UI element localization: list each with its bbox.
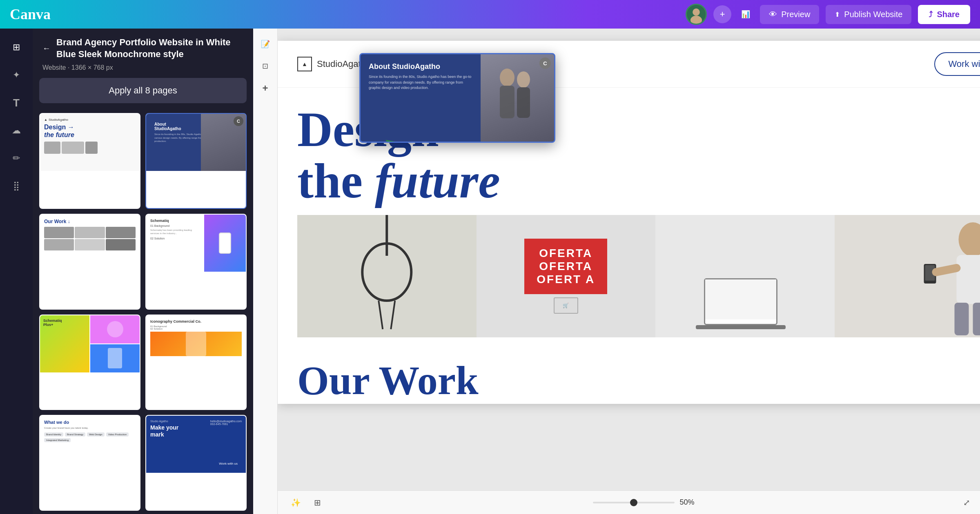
thumb-tag: Video Production [106, 432, 129, 436]
upload-icon: ⬆ [835, 11, 840, 18]
thumb-colorful-right [90, 315, 140, 372]
thumb-iconography-img [150, 332, 242, 356]
thumb-services-text: Create your brand have you talent today. [44, 426, 136, 430]
our-work-section: Our Work [278, 337, 980, 404]
list-item[interactable]: Studio Agatho Make yourmark hello@studio… [145, 415, 247, 511]
sidebar-item-draw[interactable]: ✏ [4, 146, 29, 171]
user-avatar[interactable] [686, 4, 707, 25]
svg-rect-16 [973, 303, 980, 335]
canva-logo[interactable]: Canva [10, 6, 679, 23]
preview-button[interactable]: 👁 Preview [760, 5, 819, 24]
sidebar-item-text[interactable]: T [4, 91, 29, 115]
popup-photo: C [481, 54, 554, 142]
canvas-area: About StudioAgatho Since its founding in… [278, 29, 980, 514]
ai-generate-button[interactable]: ✨ [287, 494, 304, 511]
popup-c-badge: C [539, 58, 551, 69]
sidebar-item-apps[interactable]: ⣿ [4, 174, 29, 198]
sidebar-item-templates[interactable]: ⊞ [4, 35, 29, 60]
hero-image-oferta: OFERTA OFERTA OFERT A 🛒 [477, 215, 656, 337]
eye-icon: 👁 [769, 10, 777, 19]
popup-about: About StudioAgatho Since its founding in… [359, 53, 555, 143]
main-layout: ⊞ ✦ T ☁ ✏ ⣿ ← Brand Agency Portfolio Web… [0, 29, 980, 514]
list-item[interactable]: ▲StudioAgatho Design → the future [39, 113, 140, 209]
zoom-track[interactable] [593, 502, 675, 503]
logo-icon: ▲ [297, 57, 312, 71]
add-collaborator-button[interactable]: + [713, 5, 731, 23]
sparkle-icon: ✨ [291, 498, 301, 507]
resize-button[interactable]: ⊡ [256, 57, 274, 75]
hero-image-laptop [655, 215, 835, 337]
template-pages-grid: ▲StudioAgatho Design → the future [33, 110, 253, 514]
plus-icon: + [262, 82, 268, 94]
popup-about-text: Since its founding in the 80s, Studio Ag… [369, 74, 472, 91]
thumb-subtitle: the future [44, 131, 136, 139]
pen-icon: ✏ [13, 153, 20, 164]
thumb-iconography-sub: 01 Background02 Solution [150, 325, 242, 330]
svg-point-13 [958, 222, 980, 257]
thumb-tag: Brand Identity [44, 432, 63, 436]
thumb-colorful-left: SchematiqPlus+ [40, 315, 89, 372]
thumb-logo: ▲StudioAgatho [44, 118, 136, 122]
elements-icon: ✦ [13, 70, 20, 80]
work-with-us-button[interactable]: Work with us [934, 52, 980, 76]
template-title: Brand Agency Portfolio Website in White … [56, 37, 243, 60]
hero-the-future: the future [297, 155, 537, 207]
thumb-title: Design → [44, 123, 136, 131]
site-nav: Work with us [934, 52, 980, 76]
svg-point-3 [500, 69, 514, 86]
thumb-arrow: → [66, 124, 74, 131]
pages-view-button[interactable]: ⊞ [311, 494, 324, 511]
add-element-button[interactable]: + [256, 79, 274, 97]
list-item[interactable]: What we do Create your brand have you ta… [39, 415, 140, 511]
pages-icon: ⊞ [314, 498, 321, 507]
list-item[interactable]: Schematiq 01 Background Schematiq has be… [145, 214, 247, 310]
canvas-scroll[interactable]: About StudioAgatho Since its founding in… [278, 29, 980, 490]
list-item[interactable]: SchematiqPlus+ [39, 315, 140, 410]
side-panel-header: ← Brand Agency Portfolio Website in Whit… [33, 29, 253, 64]
thumb-tag: Integrated Marketing [44, 438, 71, 442]
svg-rect-15 [954, 303, 969, 335]
share-button[interactable]: ⤴ Share [918, 5, 970, 24]
share-icon: ⤴ [929, 10, 933, 19]
icon-bar: ⊞ ✦ T ☁ ✏ ⣿ [0, 29, 33, 514]
chart-button[interactable]: 📊 [738, 7, 753, 22]
apps-icon: ⣿ [13, 181, 20, 191]
hero-image-lamp [297, 215, 477, 337]
fullscreen-button[interactable]: ⤢ [963, 498, 970, 507]
sidebar-item-upload[interactable]: ☁ [4, 118, 29, 143]
svg-rect-14 [956, 255, 980, 304]
thumb-work-btn[interactable]: Work with us [215, 460, 242, 467]
zoom-control: 50% [331, 498, 957, 507]
thumb-contact-title: Make yourmark [150, 424, 242, 438]
svg-point-2 [690, 16, 702, 24]
chart-icon: 📊 [741, 10, 750, 19]
collaborator-badge: C [234, 116, 243, 126]
hero-image-person [835, 215, 980, 337]
list-item[interactable]: Our Work ↓ [39, 214, 140, 310]
thumb-schematiq-text: Schematiq has been providing leading ser… [150, 228, 200, 235]
back-button[interactable]: ← [42, 44, 51, 53]
thumb-contact-info: hello@studioagatho.com002-645-7661 [210, 420, 242, 425]
publish-website-button[interactable]: ⬆ Publish Website [826, 5, 911, 24]
thumb-tag: Web Design [87, 432, 105, 436]
topbar-actions: + 📊 👁 Preview ⬆ Publish Website ⤴ Share [686, 4, 970, 25]
notes-icon: 📝 [261, 40, 270, 49]
svg-rect-4 [500, 86, 514, 118]
sidebar-item-elements[interactable]: ✦ [4, 63, 29, 87]
hero-images-row: OFERTA OFERTA OFERT A 🛒 [297, 215, 980, 337]
zoom-percentage: 50% [679, 498, 694, 507]
list-item[interactable]: Iconography Commercial Co. 01 Background… [145, 315, 247, 410]
zoom-thumb[interactable] [630, 499, 637, 506]
list-item[interactable]: AboutStudioAgatho Since its founding in … [145, 113, 247, 209]
svg-line-12 [391, 301, 395, 329]
oferta-box-inner: OFERTA OFERTA OFERT A [524, 239, 607, 294]
svg-line-19 [936, 268, 956, 272]
text-icon: T [13, 97, 20, 109]
resize-icon: ⊡ [262, 62, 268, 71]
notes-button[interactable]: 📝 [256, 35, 274, 53]
thumb-phone [204, 215, 246, 272]
side-panel: ← Brand Agency Portfolio Website in Whit… [33, 29, 253, 514]
thumb-tag: Brand Strategy [65, 432, 85, 436]
apply-all-pages-button[interactable]: Apply all 8 pages [39, 78, 247, 103]
hero-future-italic: future [375, 154, 500, 208]
